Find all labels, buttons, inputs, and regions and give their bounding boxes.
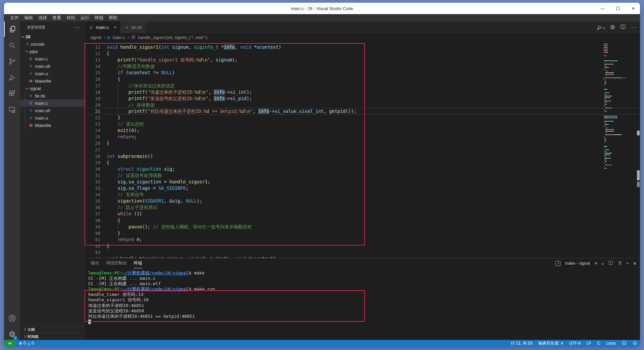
sidebar-bottom-sections: 大纲 时间线 <box>20 326 85 340</box>
remote-explorer-icon[interactable] <box>4 102 20 118</box>
notifications-bell-icon[interactable] <box>633 341 637 346</box>
sidebar-item-.vscode[interactable]: .vscode <box>20 40 85 48</box>
code-line-text <box>107 249 640 256</box>
code-line-19: 19 printf("发送信号的父进程ID:%d\n", info->si_pi… <box>85 95 640 102</box>
terminal-dropdown-icon[interactable] <box>601 262 604 265</box>
sidebar-item-main.o[interactable]: ≡main.o <box>20 114 85 122</box>
configure-gear-icon[interactable]: ⚙ <box>610 25 615 30</box>
code-line-text: sig.sa_sigaction = handle_sigusr1; <box>107 179 640 185</box>
menu-item-查看[interactable]: 查看 <box>50 14 64 21</box>
panel-tab-输出[interactable]: 输出 <box>91 258 99 268</box>
sidebar-item-Makefile[interactable]: MMakefile <box>20 122 85 129</box>
code-line-40: 40 } <box>85 230 640 236</box>
close-button[interactable]: ✕ <box>630 5 637 12</box>
code-line-22: 22 } <box>85 115 640 121</box>
sidebar-item-Makefile[interactable]: MMakefile <box>20 77 85 85</box>
search-icon[interactable] <box>4 38 20 53</box>
code-line-43: 43 <box>85 249 640 256</box>
explorer-icon[interactable] <box>4 21 20 37</box>
line-number: 33 <box>85 185 107 191</box>
status-item-Linux[interactable]: Linux <box>606 341 616 346</box>
sidebar-item-main.elf[interactable]: ≡main.elf <box>20 107 85 114</box>
chevron-down-icon <box>25 49 28 52</box>
sidebar-item-pipe[interactable]: pipe <box>20 48 85 55</box>
breadcrumb-file[interactable]: main.c <box>113 35 125 40</box>
close-tab-icon[interactable]: × <box>114 25 116 30</box>
source-control-icon[interactable] <box>4 54 20 69</box>
problems-indicator[interactable]: ⊗ 0 △ 0 <box>19 341 34 346</box>
menu-item-文件[interactable]: 文件 <box>7 14 21 21</box>
timeline-section[interactable]: 时间线 <box>20 333 85 340</box>
maximize-panel-icon[interactable] <box>626 263 629 265</box>
terminal[interactable]: lmos@lmos-PC:~/计算机基础/code/28/signal$ mak… <box>88 270 215 324</box>
code-line-text: return; <box>107 134 640 140</box>
status-item-行-21-列-53[interactable]: 行 21, 列 53 <box>511 341 532 346</box>
kill-terminal-icon[interactable] <box>618 260 622 266</box>
code-line-text: printf("发送信号的父进程ID:%d\n", info->si_pid); <box>107 95 640 102</box>
minimize-button[interactable]: — <box>599 5 606 12</box>
run-debug-file-button[interactable] <box>596 25 605 31</box>
makefile-icon: M <box>29 123 33 127</box>
sidebar-title: 资源管理器 <box>27 25 45 30</box>
code-line-24: 24 exit(0); <box>85 127 640 134</box>
sidebar-item-bk.bk[interactable]: ≡bk.bk <box>20 92 85 99</box>
menu-item-运行[interactable]: 运行 <box>78 14 92 21</box>
tab-main.c[interactable]: Cmain.c× <box>85 21 120 33</box>
code-line-text: // 设置信号处理函数 <box>107 172 640 179</box>
code-line-31: 31 // 设置信号处理函数 <box>85 172 640 179</box>
maximize-button[interactable] <box>614 5 621 12</box>
sidebar-item-main.elf[interactable]: ≡main.elf <box>20 62 85 70</box>
status-item-C[interactable]: C <box>597 341 600 346</box>
menu-item-编辑[interactable]: 编辑 <box>21 14 36 21</box>
line-number: 28 <box>85 153 107 160</box>
status-item-制表符长度-4[interactable]: 制表符长度: 4 <box>538 341 563 346</box>
tab-bar: Cmain.c×≡bk.bk <box>85 21 640 33</box>
run-debug-icon[interactable] <box>4 70 20 85</box>
sidebar-item-main.c[interactable]: Cmain.c <box>20 99 85 107</box>
indent-guide <box>118 95 118 102</box>
close-panel-icon[interactable]: ✕ <box>633 261 637 266</box>
line-number: 20 <box>85 102 107 108</box>
extensions-icon[interactable] <box>4 86 20 101</box>
breadcrumb-folder[interactable]: signal <box>90 35 101 40</box>
menu-item-转到[interactable]: 转到 <box>64 14 78 21</box>
account-icon[interactable] <box>4 310 20 326</box>
outline-section[interactable]: 大纲 <box>20 326 85 333</box>
remote-indicator[interactable]: >< <box>4 340 15 347</box>
status-item-LF[interactable]: LF <box>587 341 591 346</box>
code-line-39: 39 pause(); // 进程输入睡眠，等待任一信号到来并唤醒进程 <box>85 224 640 230</box>
tab-bk.bk[interactable]: ≡bk.bk <box>120 21 146 33</box>
line-number: 21 <box>85 108 107 114</box>
feedback-smiley-icon[interactable] <box>622 341 627 346</box>
code-line-text: // 防止子进程退出 <box>107 204 640 211</box>
code-line-text: printf("对比传递过来的子进程ID:%d == Getpid:%d\n",… <box>107 108 640 114</box>
menu-bar: 文件编辑选择查看转到运行终端帮助 <box>4 14 640 21</box>
sidebar-more-actions-icon[interactable]: ⋯ <box>75 25 80 30</box>
panel-tab-调试控制台[interactable]: 调试控制台 <box>106 258 127 268</box>
minimap[interactable] <box>604 44 625 198</box>
code-line-34: 34 // 安装信号 <box>85 191 640 198</box>
new-terminal-icon[interactable]: + <box>594 260 597 266</box>
sidebar-item-signal[interactable]: signal <box>20 85 85 92</box>
tab-label: main.c <box>96 25 109 30</box>
code-line-text: printf("传递过来的子进程ID:%d\n", info->si_int); <box>107 89 640 95</box>
panel-tab-终端[interactable]: 终端 <box>134 258 142 268</box>
menu-item-帮助[interactable]: 帮助 <box>106 14 120 21</box>
line-number: 23 <box>85 121 107 127</box>
breadcrumb-symbol[interactable]: handle_sigusr1(int, siginfo_t *, void *) <box>138 35 207 40</box>
code-line-text: return 0; <box>107 236 640 243</box>
workspace-root[interactable]: 28 <box>20 33 85 40</box>
status-item-UTF-8[interactable]: UTF-8 <box>569 341 581 346</box>
terminal-line-7: 传递过来的子进程ID:46851 <box>88 303 215 308</box>
split-editor-icon[interactable] <box>620 24 626 31</box>
code-line-text: { <box>107 50 640 57</box>
menu-item-终端[interactable]: 终端 <box>92 14 106 21</box>
split-terminal-icon[interactable] <box>608 260 613 266</box>
code-editor[interactable]: 11void handle_sigusr1(int signum, siginf… <box>85 42 640 258</box>
code-line-29: 29{ <box>85 160 640 166</box>
terminal-task-label[interactable]: make - signal <box>565 261 590 266</box>
sidebar-item-main.c[interactable]: Cmain.c <box>20 55 85 62</box>
menu-item-选择[interactable]: 选择 <box>36 14 50 21</box>
sidebar-item-main.o[interactable]: ≡main.o <box>20 70 85 77</box>
code-line-text: void handle_timer(int signum, siginfo_t … <box>107 256 640 258</box>
